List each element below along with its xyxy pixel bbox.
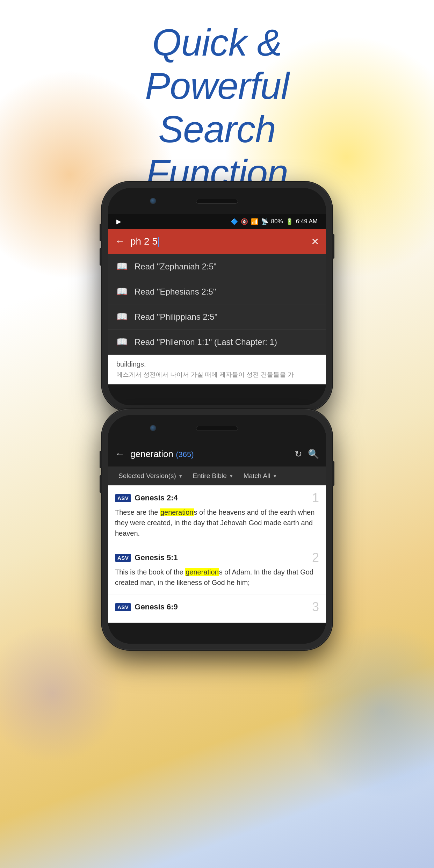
hero-title: Quick & Powerful Search Function [0,21,434,195]
results-query: generation (365) [130,449,289,460]
autocomplete-item-0[interactable]: 📖 Read "Zephaniah 2:5" [108,254,326,279]
scope-filter-button[interactable]: Entire Bible ▼ [188,469,239,483]
highlight-1: generation [185,568,219,576]
phone-top-bezel [108,188,326,214]
results-list: ASV Genesis 2:4 1 These are the generati… [108,485,326,623]
results-query-text: generation [130,449,173,459]
phone-results: ← generation (365) ↻ 🔍 Selected Version(… [102,409,332,650]
result-number-1: 2 [312,551,319,564]
result-header-left-2: ASV Genesis 6:9 [115,602,178,612]
result-header-left-0: ASV Genesis 2:4 [115,493,178,502]
result-header-0: ASV Genesis 2:4 1 [115,492,319,504]
battery-percent: 80% [271,218,283,225]
search-query-text: ph 2 5 [130,236,158,247]
result-number-0: 1 [312,492,319,504]
book-icon-3: 📖 [116,337,128,347]
version-filter-label: Selected Version(s) [118,472,176,480]
book-icon-2: 📖 [116,311,128,322]
title-line3: Search [158,108,276,150]
match-filter-button[interactable]: Match All ▼ [239,469,282,483]
autocomplete-text-3: Read "Philemon 1:1" (Last Chapter: 1) [135,337,277,347]
search-cursor [158,237,159,247]
asv-badge-0: ASV [115,494,131,502]
results-search-button[interactable]: 🔍 [308,449,319,460]
match-filter-label: Match All [244,472,270,480]
search-input[interactable]: ph 2 5 [130,236,305,247]
result-item-1[interactable]: ASV Genesis 5:1 2 This is the book of th… [108,545,326,594]
time-display: 6:49 AM [296,218,318,225]
volume-up-button[interactable] [100,224,102,241]
hero-title-text: Quick & Powerful Search Function [0,21,434,195]
version-filter-button[interactable]: Selected Version(s) ▼ [114,469,188,483]
partial-korean: 에스게서 성전에서 나이서 가실 때에 제자들이 성전 건물들을 가 [116,370,318,379]
phone-camera [150,198,156,204]
match-chevron-icon: ▼ [273,473,277,479]
scope-chevron-icon: ▼ [229,473,234,479]
results-refresh-button[interactable]: ↻ [295,449,302,460]
result-text-0: These are the generations of the heavens… [115,507,319,538]
autocomplete-list: 📖 Read "Zephaniah 2:5" 📖 Read "Ephesians… [108,254,326,355]
result-reference-1: Genesis 5:1 [135,553,178,562]
signal-icon: 📡 [261,218,268,225]
asv-badge-1: ASV [115,554,131,562]
result-text-1: This is the book of the generations of A… [115,567,319,588]
search-clear-button[interactable]: ✕ [311,236,319,247]
phone-bottom-bezel-2 [108,623,326,644]
power-button-2[interactable] [332,461,334,486]
phone-speaker-2 [196,426,238,431]
volume-down-button-2[interactable] [100,475,102,493]
result-number-2: 3 [312,601,319,613]
phone-camera-2 [150,425,156,431]
phone-top-bezel-2 [108,415,326,441]
battery-icon: 🔋 [286,218,293,225]
result-header-left-1: ASV Genesis 5:1 [115,553,178,562]
result-item-0[interactable]: ASV Genesis 2:4 1 These are the generati… [108,485,326,545]
phone-speaker [196,199,238,204]
autocomplete-item-1[interactable]: 📖 Read "Ephesians 2:5" [108,279,326,304]
title-line1: Quick & [152,21,282,64]
results-count: (365) [176,450,194,459]
status-bar: ▶ 🔷 🔇 📶 📡 80% 🔋 6:49 AM [108,214,326,229]
scope-filter-label: Entire Bible [193,472,227,480]
phone-search: ▶ 🔷 🔇 📶 📡 80% 🔋 6:49 AM ← ph 2 5 [102,182,332,412]
book-icon-0: 📖 [116,261,128,272]
bluetooth-icon: 🔷 [231,218,238,225]
result-item-2[interactable]: ASV Genesis 6:9 3 [108,594,326,623]
partial-text: buildings. [116,360,318,368]
phone-bottom-bezel [108,384,326,405]
result-header-2: ASV Genesis 6:9 3 [115,601,319,613]
result-reference-2: Genesis 6:9 [135,602,178,612]
filter-bar: Selected Version(s) ▼ Entire Bible ▼ Mat… [108,466,326,485]
autocomplete-item-2[interactable]: 📖 Read "Philippians 2:5" [108,304,326,330]
autocomplete-text-1: Read "Ephesians 2:5" [135,287,216,297]
result-header-1: ASV Genesis 5:1 2 [115,551,319,564]
results-back-button[interactable]: ← [115,448,125,460]
volume-mute-icon: 🔇 [241,218,248,225]
partial-content: buildings. 에스게서 성전에서 나이서 가실 때에 제자들이 성전 건… [108,355,326,384]
result-reference-0: Genesis 2:4 [135,493,178,502]
search-back-button[interactable]: ← [115,236,125,247]
power-button[interactable] [332,234,334,259]
volume-down-button[interactable] [100,248,102,266]
search-bar: ← ph 2 5 ✕ [108,229,326,254]
autocomplete-item-3[interactable]: 📖 Read "Philemon 1:1" (Last Chapter: 1) [108,330,326,355]
autocomplete-text-0: Read "Zephaniah 2:5" [135,262,217,272]
results-header: ← generation (365) ↻ 🔍 [108,441,326,466]
wifi-icon: 📶 [251,218,258,225]
volume-up-button-2[interactable] [100,451,102,468]
highlight-0: generation [160,508,194,516]
book-icon-1: 📖 [116,286,128,297]
title-line2: Powerful [145,65,289,107]
version-chevron-icon: ▼ [178,473,183,479]
autocomplete-text-2: Read "Philippians 2:5" [135,312,217,322]
asv-badge-2: ASV [115,603,131,611]
status-right: 🔷 🔇 📶 📡 80% 🔋 6:49 AM [231,218,318,225]
status-left: ▶ [116,218,121,225]
status-play-icon: ▶ [116,218,121,225]
